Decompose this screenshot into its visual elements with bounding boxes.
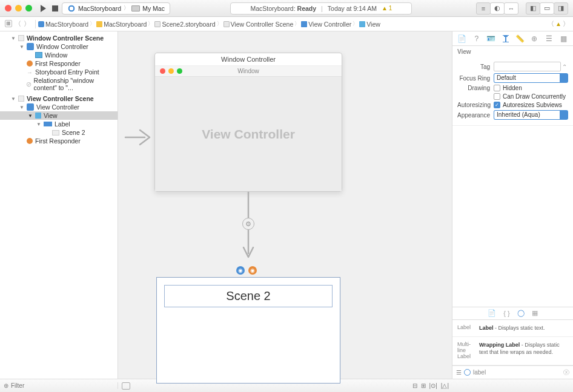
drawing-label: Drawing — [457, 85, 494, 91]
appearance-label: Appearance — [457, 112, 494, 119]
segue-icon[interactable]: ⚙ — [242, 218, 254, 230]
connections-inspector-tab[interactable]: ⊕ — [529, 33, 540, 44]
arrow-right-icon: → — [27, 69, 33, 76]
firstresponder-icon — [27, 138, 33, 144]
assistant-editor-button[interactable]: ◐ — [490, 2, 505, 15]
outline-label-cell[interactable]: Scene 2 — [0, 128, 118, 137]
toggle-inspector-button[interactable]: ◨ — [554, 2, 568, 15]
library-filter-text[interactable]: label — [473, 369, 486, 376]
titlebar: MacStoryboard 〉 My Mac MacStoryboard: Re… — [0, 0, 573, 17]
version-editor-button[interactable]: ↔ — [504, 2, 518, 15]
view-controller-frame[interactable]: Scene 2 — [156, 277, 340, 384]
resolve-issues-button[interactable]: |⊙| — [429, 382, 437, 389]
jump-bar-right: 〈 ▲ 〉 — [544, 20, 573, 28]
library-item-label[interactable]: Label Label - Displays static text. — [452, 320, 573, 338]
focus-ring-select[interactable]: Default — [494, 73, 568, 83]
run-button[interactable] — [41, 5, 46, 12]
stepper-icon[interactable]: ⌃ — [561, 64, 568, 70]
panel-toggle-group: ◧ ▭ ◨ — [526, 2, 568, 15]
viewcontroller-dock-icon[interactable]: ◉ — [236, 266, 245, 275]
label-text: Scene 2 — [226, 289, 270, 302]
identity-inspector-tab[interactable]: 🪪 — [486, 33, 497, 44]
bindings-inspector-tab[interactable]: ☰ — [543, 33, 554, 44]
document-outline: ▼Window Controller Scene ▼Window Control… — [0, 31, 118, 379]
file-inspector-tab[interactable]: 📄 — [457, 33, 468, 44]
scene-dock: ◉ ◉ — [236, 266, 257, 275]
library-item-wrapping-label[interactable]: Multi- line Label Wrapping Label - Displ… — [452, 337, 573, 365]
zoom-icon[interactable] — [25, 5, 32, 11]
embed-button[interactable]: |△| — [441, 382, 449, 389]
app-icon — [67, 4, 76, 13]
autoresize-checkbox[interactable]: ✓ — [494, 102, 500, 108]
status-state: Ready — [297, 5, 317, 12]
textcell-icon — [52, 130, 59, 136]
view-icon — [35, 113, 41, 119]
scene-icon — [18, 96, 24, 102]
standard-editor-button[interactable]: ≡ — [476, 2, 491, 15]
stop-button[interactable] — [52, 5, 58, 11]
help-inspector-tab[interactable]: ? — [471, 33, 482, 44]
outline-view-controller[interactable]: ▼View Controller — [0, 103, 118, 111]
outline-window-controller[interactable]: ▼Window Controller — [0, 42, 118, 51]
file-template-tab[interactable]: 📄 — [488, 309, 496, 317]
clear-filter-button[interactable]: ⓧ — [563, 368, 569, 377]
warning-badge[interactable]: ▲ 1 — [382, 5, 392, 11]
close-icon[interactable] — [5, 5, 12, 11]
outline-scene-group[interactable]: ▼Window Controller Scene — [0, 34, 118, 42]
scheme-selector[interactable]: MacStoryboard 〉 My Mac — [62, 2, 170, 15]
hidden-label: Hidden — [503, 85, 522, 91]
scope-icon[interactable] — [464, 369, 471, 376]
effects-inspector-tab[interactable]: ▦ — [558, 33, 569, 44]
object-library-tab[interactable]: ◯ — [517, 309, 525, 317]
outline-entry-point[interactable]: →Storyboard Entry Point — [0, 68, 118, 76]
scene-icon — [224, 21, 230, 27]
outline-scene-group-2[interactable]: ▼View Controller Scene — [0, 94, 118, 103]
outline-first-responder-2[interactable]: First Responder — [0, 137, 118, 145]
pin-button[interactable]: ⊞ — [421, 382, 426, 389]
inspector-tabs: 📄 ? 🪪 📏 ⊕ ☰ ▦ — [452, 31, 573, 46]
concurrent-label: Can Draw Concurrently — [503, 93, 566, 100]
window-icon — [35, 52, 42, 58]
related-items-button[interactable]: ▦ — [5, 20, 12, 27]
align-button[interactable]: ⊟ — [412, 382, 417, 389]
attributes-inspector-tab[interactable] — [500, 33, 511, 44]
outline-first-responder[interactable]: First Responder — [0, 59, 118, 68]
tag-field[interactable] — [494, 62, 561, 71]
status-time: Today at 9:14 AM — [328, 5, 377, 12]
hidden-checkbox[interactable] — [494, 85, 500, 91]
folder-icon — [96, 21, 102, 27]
warning-icon[interactable]: ▲ — [555, 21, 561, 27]
view-icon — [359, 21, 365, 27]
outline-filter-input[interactable] — [11, 382, 114, 389]
breadcrumb[interactable]: MacStoryboard〉 MacStoryboard〉 Scene2.sto… — [36, 20, 544, 28]
project-icon — [38, 21, 44, 27]
toggle-navigator-button[interactable]: ◧ — [526, 2, 540, 15]
viewcontroller-icon — [301, 21, 307, 27]
activity-status: MacStoryboard: Ready | Today at 9:14 AM … — [174, 2, 469, 15]
concurrent-checkbox[interactable] — [494, 93, 500, 100]
outline-view[interactable]: ▼View — [0, 111, 118, 120]
outline-window[interactable]: Window — [0, 51, 118, 59]
outline-label[interactable]: ▼Label — [0, 120, 118, 128]
firstresponder-dock-icon[interactable]: ◉ — [248, 266, 257, 275]
storyboard-canvas[interactable]: Window Controller Window View Controller… — [118, 31, 452, 379]
toggle-outline-button[interactable] — [122, 382, 130, 390]
back-button[interactable]: 〈 — [15, 20, 21, 28]
appearance-select[interactable]: Inherited (Aqua) — [494, 110, 568, 120]
library-thumb: Multi- line Label — [457, 342, 475, 360]
outline-relationship[interactable]: ⊘Relationship "window content" to "... — [0, 76, 118, 92]
size-inspector-tab[interactable]: 📏 — [514, 33, 525, 44]
minimize-icon[interactable] — [15, 5, 22, 11]
window-controller-frame[interactable]: Window Controller Window View Controller — [154, 53, 342, 192]
label-control[interactable]: Scene 2 — [164, 285, 333, 307]
filter-icon[interactable]: ⊕ — [4, 382, 8, 389]
scene-icon — [18, 35, 24, 41]
jump-bar: ▦ 〈 〉 MacStoryboard〉 MacStoryboard〉 Scen… — [0, 17, 573, 31]
media-library-tab[interactable]: ▦ — [532, 309, 538, 317]
library-filter-bar: ☰ label ⓧ — [452, 365, 573, 379]
code-snippet-tab[interactable]: { } — [503, 310, 509, 317]
window-body: View Controller — [155, 77, 342, 191]
forward-button[interactable]: 〉 — [24, 20, 30, 28]
storyboard-icon — [154, 21, 161, 27]
toggle-debug-button[interactable]: ▭ — [540, 2, 554, 15]
